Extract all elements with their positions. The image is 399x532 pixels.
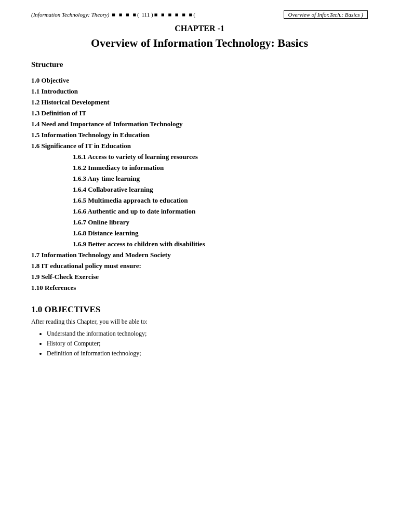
toc-item-1.9: 1.9 Self-Check Exercise (31, 273, 368, 281)
toc-item-1.4: 1.4 Need and Importance of Information T… (31, 120, 368, 128)
toc-item-1.5: 1.5 Information Technology in Education (31, 131, 368, 139)
toc-item-1.10: 1.10 References (31, 284, 368, 292)
objectives-heading: 1.0 OBJECTIVES (31, 304, 368, 315)
toc-item-1.6.8: 1.6.8 Distance learning (73, 229, 368, 237)
toc-item-1.6.2: 1.6.2 Immediacy to information (73, 164, 368, 172)
header-dots-right: )■ ■ ■ ■ ■ ■( (151, 11, 196, 18)
toc-item-1.6.9: 1.6.9 Better access to children with dis… (73, 240, 368, 248)
header-dots-left: ■ ■ ■ ■( (110, 11, 140, 18)
toc-item-1.0: 1.0 Objective (31, 76, 368, 85)
toc-item-1.6.4: 1.6.4 Collaborative learning (73, 185, 368, 194)
header-right: Overview of Infor.Tech.: Basics ) (284, 10, 368, 19)
header-right-paren: ) (361, 11, 363, 18)
list-item: Understand the information technology; (47, 330, 368, 338)
header-right-text: Overview of Infor.Tech.: Basics (288, 11, 362, 18)
page: (Information Technology: Theory) ■ ■ ■ ■… (0, 0, 399, 532)
toc-item-1.6: 1.6 Significance of IT in Education (31, 142, 368, 150)
toc-item-1.6.1: 1.6.1 Access to variety of learning reso… (73, 153, 368, 161)
toc-item-1.3: 1.3 Definition of IT (31, 109, 368, 117)
header-left: (Information Technology: Theory) ■ ■ ■ ■… (31, 11, 196, 18)
toc-list: 1.0 Objective 1.1 Introduction 1.2 Histo… (31, 76, 368, 292)
toc-item-1.6.6: 1.6.6 Authentic and up to date informati… (73, 207, 368, 216)
toc-item-1.8: 1.8 IT educational policy must ensure: (31, 262, 368, 270)
toc-item-1.6.7: 1.6.7 Online library (73, 218, 368, 227)
chapter-title: Overview of Information Technology: Basi… (31, 36, 368, 50)
list-item: Definition of information technology; (47, 350, 368, 357)
chapter-label: CHAPTER -1 (31, 24, 368, 33)
toc-item-1.7: 1.7 Information Technology and Modern So… (31, 251, 368, 259)
toc-item-1.2: 1.2 Historical Development (31, 98, 368, 107)
objectives-bullet-list: Understand the information technology; H… (47, 330, 368, 357)
toc-item-1.6.5: 1.6.5 Multimedia approach to education (73, 196, 368, 205)
header-bar: (Information Technology: Theory) ■ ■ ■ ■… (31, 10, 368, 20)
structure-heading: Structure (31, 60, 368, 69)
objectives-intro: After reading this Chapter, you will be … (31, 318, 368, 326)
header-page-num: 111 (140, 11, 151, 18)
toc-item-1.6.3: 1.6.3 Any time learning (73, 175, 368, 183)
list-item: History of Computer; (47, 340, 368, 348)
toc-item-1.1: 1.1 Introduction (31, 87, 368, 96)
header-left-text: (Information Technology: Theory) (31, 11, 110, 18)
